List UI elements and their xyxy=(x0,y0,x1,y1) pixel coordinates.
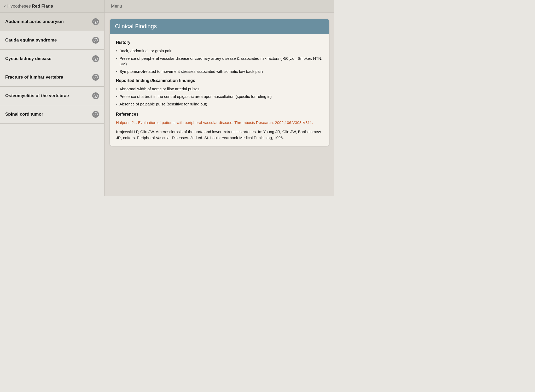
sidebar: Abdominal aortic aneurysm i Cauda equina… xyxy=(0,13,104,196)
svg-text:i: i xyxy=(95,39,96,42)
history-bullet-2: Presence of peripheral vascular disease … xyxy=(116,56,323,67)
history-bullet-3: Symptoms not related to movement stresse… xyxy=(116,69,323,74)
clinical-card: Clinical Findings History Back, abdomina… xyxy=(110,19,329,146)
card-body: History Back, abdominal, or groin pain P… xyxy=(110,34,329,146)
reference-link-1[interactable]: Halperin JL. Evaluation of patients with… xyxy=(116,120,323,125)
sidebar-item-abdominal[interactable]: Abdominal aortic aneurysm i xyxy=(0,13,104,31)
sidebar-item-spinal[interactable]: Spinal cord tumor i xyxy=(0,105,104,124)
svg-text:i: i xyxy=(95,76,96,79)
history-section-title: History xyxy=(116,40,323,45)
exam-bullet-list: Abnormal width of aortic or iliac arteri… xyxy=(116,86,323,107)
svg-text:i: i xyxy=(95,20,96,23)
info-icon-abdominal[interactable]: i xyxy=(92,18,99,25)
sidebar-item-fracture[interactable]: Fracture of lumbar vertebra i xyxy=(0,68,104,87)
info-icon-fracture[interactable]: i xyxy=(92,74,99,81)
content-area: Clinical Findings History Back, abdomina… xyxy=(104,13,334,196)
hypotheses-link[interactable]: Hypotheses xyxy=(7,4,31,9)
sidebar-item-label-cystic: Cystic kidney disease xyxy=(5,56,92,62)
exam-bullet-2: Presence of a bruit in the central epiga… xyxy=(116,94,323,99)
references-title: References xyxy=(116,112,323,117)
svg-text:i: i xyxy=(95,57,96,60)
history-bullet-1: Back, abdominal, or groin pain xyxy=(116,48,323,54)
sidebar-item-label-spinal: Spinal cord tumor xyxy=(5,111,92,117)
exam-bullet-1: Abnormal width of aortic or iliac arteri… xyxy=(116,86,323,92)
sidebar-item-label-osteo: Osteomyelitis of the vertebrae xyxy=(5,93,92,99)
back-icon[interactable]: ‹ xyxy=(4,3,6,9)
card-title: Clinical Findings xyxy=(115,23,157,29)
sidebar-item-label-fracture: Fracture of lumbar vertebra xyxy=(5,74,92,80)
card-header: Clinical Findings xyxy=(110,19,329,34)
info-icon-osteo[interactable]: i xyxy=(92,92,99,99)
sidebar-item-osteo[interactable]: Osteomyelitis of the vertebrae i xyxy=(0,87,104,105)
svg-text:i: i xyxy=(95,113,96,116)
svg-text:i: i xyxy=(95,94,96,97)
nav-left: ‹ Hypotheses Red Flags xyxy=(0,0,104,12)
main-layout: Abdominal aortic aneurysm i Cauda equina… xyxy=(0,13,334,196)
sidebar-item-label-cauda: Cauda equina syndrome xyxy=(5,37,92,43)
info-icon-cauda[interactable]: i xyxy=(92,37,99,44)
nav-right: Menu xyxy=(104,0,334,12)
sidebar-item-cystic[interactable]: Cystic kidney disease i xyxy=(0,50,104,68)
info-icon-cystic[interactable]: i xyxy=(92,55,99,62)
exam-section-title: Reported findings/Examination findings xyxy=(116,78,323,83)
history-bullet-list: Back, abdominal, or groin pain Presence … xyxy=(116,48,323,74)
menu-label[interactable]: Menu xyxy=(111,4,122,9)
sidebar-item-cauda[interactable]: Cauda equina syndrome i xyxy=(0,31,104,50)
sidebar-item-label-abdominal: Abdominal aortic aneurysm xyxy=(5,19,92,25)
reference-text-2: Krajewski LP, Olin JW. Atherosclerosis o… xyxy=(116,129,323,141)
info-icon-spinal[interactable]: i xyxy=(92,111,99,118)
exam-bullet-3: Absence of palpable pulse (sensitive for… xyxy=(116,101,323,107)
top-nav: ‹ Hypotheses Red Flags Menu xyxy=(0,0,334,13)
red-flags-title: Red Flags xyxy=(32,4,53,9)
references-section: References Halperin JL. Evaluation of pa… xyxy=(116,112,323,141)
